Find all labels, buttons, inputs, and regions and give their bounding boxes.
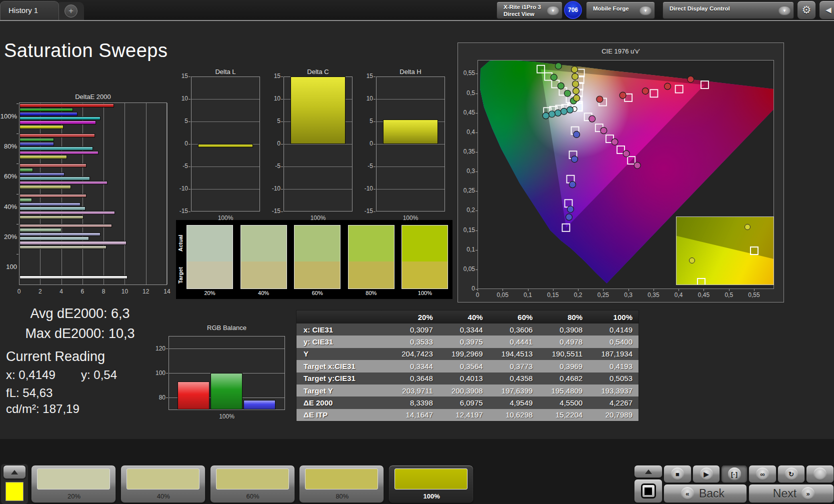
play-button[interactable]: ▶ [692, 465, 720, 483]
y-tick-label: 15 [173, 72, 188, 80]
x-tick-label: 10 [117, 288, 132, 295]
meter-badge[interactable]: 706 [564, 1, 582, 19]
chevron-down-icon[interactable]: ▼ [778, 6, 790, 16]
group-label: 100 [0, 263, 17, 271]
y-tick-label: 0 [173, 140, 188, 147]
table-cell: 10,6298 [489, 410, 539, 419]
current-patch-swatch[interactable] [6, 482, 24, 501]
x-tick-label: 0 [468, 292, 488, 298]
axis-tick [374, 144, 376, 144]
patch-button-20[interactable]: 20% [31, 465, 116, 503]
y-tick-label: -15 [358, 208, 373, 214]
bar [20, 164, 86, 168]
bar [20, 138, 54, 142]
y-tick-label: 0,45 [451, 109, 475, 116]
divider [0, 20, 834, 21]
y-tick-label: -5 [358, 162, 373, 170]
gridline [376, 99, 444, 100]
tab-history-1[interactable]: History 1 [0, 1, 59, 20]
axis-tick [16, 194, 18, 194]
chevron-down-icon[interactable]: ▼ [547, 6, 559, 16]
add-tab-stub: + [56, 2, 84, 20]
bar [20, 194, 86, 198]
table-cell: 0,5053 [588, 374, 638, 382]
extra-transport-button[interactable] [806, 465, 834, 483]
stop-button[interactable]: ■ [664, 465, 692, 483]
table-cell: 0,3648 [389, 374, 439, 382]
patch-button-80[interactable]: 80% [299, 465, 384, 503]
gear-icon: ⚙ [798, 1, 816, 19]
patch-button-100[interactable]: 100% [388, 465, 474, 503]
cie-zoom-inset [676, 216, 774, 285]
back-button[interactable]: « Back [664, 484, 747, 503]
gridline [284, 144, 352, 144]
single-measure-button[interactable]: [·] [721, 465, 748, 483]
bar [20, 198, 32, 202]
y-tick-label: 0 [266, 140, 280, 147]
actual-row-label: Actual [178, 225, 186, 262]
axis-tick [374, 189, 376, 190]
top-bar: History 1 + X-Rite i1Pro 3 Direct View ▼… [0, 0, 834, 20]
table-cell: 204,7423 [389, 350, 439, 358]
cie-measured-marker [564, 90, 570, 96]
table-cell: 0,4358 [489, 374, 539, 382]
table-cell: 15,2204 [538, 410, 588, 419]
reading-x: x: 0,4149 [6, 368, 56, 382]
y-tick-label: 10 [266, 95, 280, 102]
meter-dropdown[interactable]: X-Rite i1Pro 3 Direct View ▼ [496, 2, 562, 19]
axis-tick [374, 99, 376, 100]
transport-up-button[interactable] [634, 465, 662, 478]
axis-tick [374, 212, 376, 212]
stop-patch-button[interactable] [634, 479, 662, 503]
table-cell: 0,4149 [588, 326, 638, 334]
axis-tick [188, 122, 190, 122]
axis-tick [476, 74, 478, 74]
bar [20, 246, 106, 250]
y-tick-label: -10 [266, 185, 280, 192]
y-tick-label: 0 [451, 285, 475, 292]
axis-tick [628, 289, 629, 291]
bar [20, 176, 90, 180]
bar [20, 216, 84, 220]
axis-tick [754, 289, 754, 291]
source-dropdown[interactable]: Mobile Forge ▼ [586, 2, 655, 19]
swatch-column [402, 225, 448, 289]
bar [20, 155, 67, 159]
inset-measured-marker [744, 224, 750, 230]
swatch-column [240, 225, 287, 289]
workflow-dropdown[interactable]: Direct Display Control ▼ [662, 2, 794, 19]
axis-tick [476, 191, 478, 192]
x-tick-label: 0,1 [518, 292, 538, 298]
patch-button-60[interactable]: 60% [210, 465, 295, 503]
collapse-panel-button[interactable]: ◀ [819, 0, 834, 20]
cie-measured-marker [634, 162, 640, 168]
patch-list-up-button[interactable] [3, 465, 26, 479]
add-tab-button[interactable]: + [64, 4, 78, 18]
bar [20, 202, 80, 206]
table-row: Y204,7423199,2969194,4513190,5511187,193… [296, 348, 638, 360]
continuous-measure-button[interactable]: ∞ [748, 465, 776, 483]
patch-button-40[interactable]: 40% [120, 465, 206, 503]
next-button[interactable]: Next » [748, 484, 834, 503]
cie-measured-marker [572, 74, 578, 80]
left-arrow-icon: ◀ [820, 1, 834, 19]
gridline [376, 144, 444, 144]
table-cell: 12,4197 [439, 410, 489, 419]
axis-tick [188, 144, 190, 144]
refresh-button[interactable]: ↻ [778, 465, 805, 483]
axis-tick [188, 76, 190, 77]
group-label: 20% [0, 233, 17, 241]
x-tick-label: 0,45 [694, 292, 714, 298]
table-row-label: ΔE 2000 [296, 398, 389, 407]
x-tick-label: 6 [75, 288, 90, 295]
table-cell: 0,4682 [538, 374, 588, 382]
x-tick-label: 4 [54, 288, 69, 295]
gridline [376, 166, 444, 167]
y-tick-label: -10 [358, 185, 373, 192]
chevron-down-icon[interactable]: ▼ [640, 6, 652, 16]
table-cell: 194,4513 [489, 350, 539, 358]
y-tick-label: 0,25 [451, 187, 475, 194]
settings-button[interactable]: ⚙ [797, 0, 816, 20]
table-cell: 0,4441 [489, 338, 539, 346]
target-swatch [402, 262, 448, 288]
